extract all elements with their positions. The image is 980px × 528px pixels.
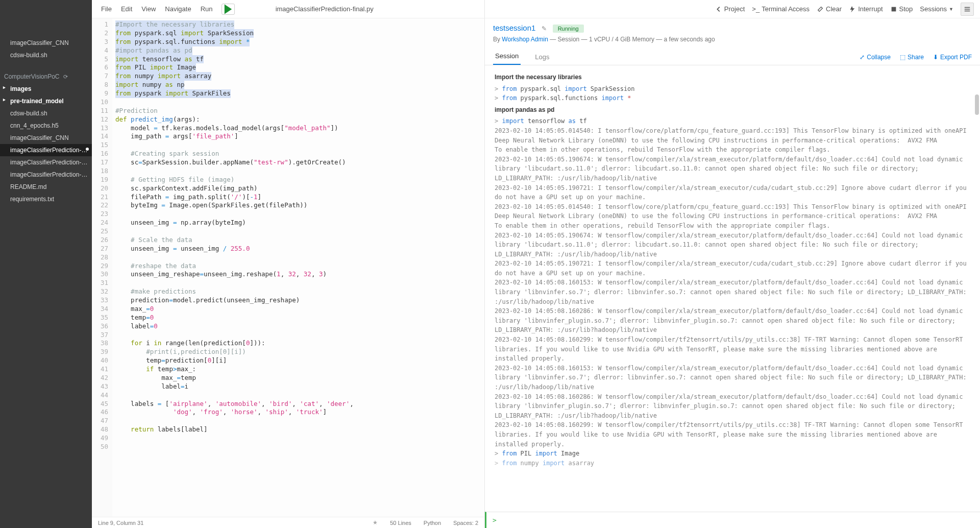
tree-item[interactable]: cdsw-build.sh xyxy=(0,107,92,119)
project-link[interactable]: Project xyxy=(715,5,745,13)
statusbar: Line 9, Column 31 ★ 50 Lines Python Spac… xyxy=(92,517,484,528)
modified-indicator-icon xyxy=(86,148,89,151)
tree-item[interactable]: requirements.txt xyxy=(0,193,92,205)
chevron-right-icon: ▸ xyxy=(3,84,6,91)
scrollbar-thumb[interactable] xyxy=(975,94,979,115)
clear-button[interactable]: Clear xyxy=(817,5,842,13)
stop-icon xyxy=(890,6,897,13)
eraser-icon xyxy=(817,6,824,13)
chevron-right-icon: ▸ xyxy=(3,97,6,104)
tree-item[interactable]: imageClassifier_CNN xyxy=(0,132,92,144)
session-meta: By Workshop Admin — Session — 1 vCPU / 4… xyxy=(493,36,972,43)
star-icon[interactable]: ★ xyxy=(373,519,378,526)
log-line: 2023-02-10 14:05:08.160286: W tensorflow… xyxy=(495,392,972,421)
repl-line: > from pyspark.sql.functions import * xyxy=(495,93,972,103)
tree-item[interactable]: ▸images xyxy=(0,83,92,95)
log-line: 2023-02-10 14:05:08.160153: W tensorflow… xyxy=(495,278,972,306)
indent-setting[interactable]: Spaces: 2 xyxy=(453,520,478,526)
interrupt-button[interactable]: Interrupt xyxy=(849,5,883,13)
terminal-access[interactable]: >_ Terminal Access xyxy=(752,5,810,13)
log-line: 2023-02-10 14:05:08.160286: W tensorflow… xyxy=(495,306,972,335)
session-tabs: Session Logs ⤢ Collapse ⬚ Share ⬇ Export… xyxy=(485,48,980,65)
share-icon: ⬚ xyxy=(900,54,905,61)
editor-pane: File Edit View Navigate Run imageClassif… xyxy=(92,0,485,528)
menu-navigate[interactable]: Navigate xyxy=(165,5,191,13)
sessions-dropdown[interactable]: Sessions ▼ xyxy=(920,5,953,13)
menu-view[interactable]: View xyxy=(141,5,156,13)
tree-item[interactable]: ▸pre-trained_model xyxy=(0,95,92,107)
output-heading: import pandas as pd xyxy=(495,105,972,115)
stop-label: Stop xyxy=(899,5,913,13)
session-pane: Project >_ Terminal Access Clear Interru… xyxy=(485,0,980,528)
tree-item-label: cdsw-build.sh xyxy=(10,110,47,117)
tree-item-label: requirements.txt xyxy=(10,196,54,203)
menu-edit[interactable]: Edit xyxy=(121,5,132,13)
share-action[interactable]: ⬚ Share xyxy=(900,54,924,65)
sessions-label: Sessions xyxy=(920,5,947,13)
log-line: To enable them in other operations, rebu… xyxy=(495,145,972,155)
collapse-action[interactable]: ⤢ Collapse xyxy=(860,54,891,65)
tab-session[interactable]: Session xyxy=(493,48,521,65)
editor-filename: imageClassifierPrediction-final.py xyxy=(244,5,405,13)
project-label: Project xyxy=(724,5,745,13)
chevron-down-icon: ▼ xyxy=(949,7,953,12)
log-line: 2023-02-10 14:05:05.190674: W tensorflow… xyxy=(495,231,972,259)
status-badge: Running xyxy=(553,25,584,33)
session-prompt[interactable]: > xyxy=(485,512,980,528)
code-lines[interactable]: #Import the necessary librariesfrom pysp… xyxy=(112,18,484,517)
play-icon xyxy=(222,3,234,15)
tree-item-label: images xyxy=(10,85,31,92)
log-line: 2023-02-10 14:05:08.160299: W tensorflow… xyxy=(495,335,972,364)
collapse-icon: ⤢ xyxy=(860,54,865,61)
tree-item-label: README.md xyxy=(10,183,46,190)
tree-item-label: imageClassifierPrediction-fin xyxy=(10,159,88,166)
repl-line: > from numpy import asarray xyxy=(495,459,972,468)
tree-item-label: cnn_4_epochs.h5 xyxy=(10,122,59,129)
session-name: testsession1 xyxy=(493,23,535,32)
menu-toggle-button[interactable] xyxy=(961,3,974,16)
log-line: 2023-02-10 14:05:05.190674: W tensorflow… xyxy=(495,155,972,183)
language-mode[interactable]: Python xyxy=(424,520,441,526)
run-button[interactable] xyxy=(222,4,235,15)
tree-item[interactable]: cnn_4_epochs.h5 xyxy=(0,119,92,132)
tree-item[interactable]: imageClassifierPrediction-fin xyxy=(0,144,92,156)
repl-line: > from pyspark.sql import SparkSession xyxy=(495,84,972,94)
tab-logs[interactable]: Logs xyxy=(533,49,551,65)
terminal-label: Terminal Access xyxy=(762,5,810,13)
tree-item[interactable]: cdsw-build.sh xyxy=(0,49,92,61)
author-link[interactable]: Workshop Admin xyxy=(502,36,548,43)
line-count: 50 Lines xyxy=(390,520,411,526)
download-icon: ⬇ xyxy=(933,54,938,61)
log-line: 2023-02-10 14:05:08.160299: W tensorflow… xyxy=(495,420,972,449)
menu-file[interactable]: File xyxy=(101,5,112,13)
file-tree-sidebar: imageClassifier_CNN cdsw-build.sh Comput… xyxy=(0,0,92,528)
session-toolbar: Project >_ Terminal Access Clear Interru… xyxy=(485,0,980,18)
export-pdf-action[interactable]: ⬇ Export PDF xyxy=(933,54,972,65)
project-root[interactable]: imageClassifier_CNN xyxy=(0,37,92,49)
log-line: 2023-02-10 14:05:05.014540: I tensorflow… xyxy=(495,126,972,145)
tree-item-label: pre-trained_model xyxy=(10,98,64,105)
menubar: File Edit View Navigate Run imageClassif… xyxy=(92,0,484,18)
refresh-icon[interactable]: ⟳ xyxy=(63,74,68,80)
bolt-icon xyxy=(849,6,856,13)
session-output[interactable]: Import the necessary libraries > from py… xyxy=(485,65,980,512)
tree-item-label: imageClassifierPrediction-fin xyxy=(10,147,88,154)
session-header: testsession1 ✎ Running By Workshop Admin… xyxy=(485,18,980,48)
interrupt-label: Interrupt xyxy=(858,5,883,13)
edit-icon[interactable]: ✎ xyxy=(542,25,547,32)
terminal-icon: >_ xyxy=(752,5,760,13)
tree-item[interactable]: imageClassifierPrediction-fin xyxy=(0,169,92,181)
tree-group-header[interactable]: ComputerVisionPoC ⟳ xyxy=(0,70,92,83)
tree-item[interactable]: README.md xyxy=(0,181,92,193)
clear-label: Clear xyxy=(826,5,842,13)
tree-item-label: imageClassifierPrediction-fin xyxy=(10,171,88,178)
line-gutter: 1234567891011121314151617181920212223242… xyxy=(92,18,112,517)
menu-run[interactable]: Run xyxy=(201,5,213,13)
code-editor[interactable]: 1234567891011121314151617181920212223242… xyxy=(92,18,484,517)
tree-group-label: ComputerVisionPoC xyxy=(4,73,60,80)
repl-line: > import tensorflow as tf xyxy=(495,116,972,126)
stop-button[interactable]: Stop xyxy=(890,5,913,13)
tree-item[interactable]: imageClassifierPrediction-fin xyxy=(0,156,92,169)
output-heading: Import the necessary libraries xyxy=(495,73,972,82)
svg-rect-0 xyxy=(891,7,896,11)
